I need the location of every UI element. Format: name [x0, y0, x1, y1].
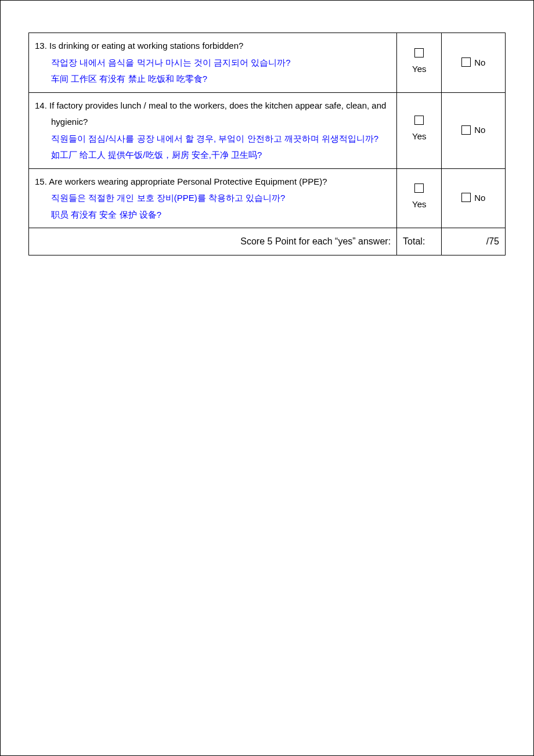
yes-cell: Yes: [397, 33, 442, 93]
yes-label: Yes: [412, 128, 426, 145]
yes-label: Yes: [412, 61, 426, 78]
no-label: No: [474, 122, 485, 139]
content-area: 13. Is drinking or eating at working sta…: [1, 1, 533, 255]
yes-cell: Yes: [397, 92, 442, 168]
question-ko: 직원들이 점심/식사를 공장 내에서 할 경우, 부엌이 안전하고 깨끗하며 위…: [35, 131, 391, 147]
checkbox-icon[interactable]: [461, 193, 471, 202]
no-cell: No: [442, 33, 506, 93]
no-cell: No: [442, 168, 506, 228]
no-cell: No: [442, 92, 506, 168]
footer-row: Score 5 Point for each “yes” answer: Tot…: [29, 228, 506, 255]
question-ko: 작업장 내에서 음식을 먹거나 마시는 것이 금지되어 있습니까?: [35, 55, 391, 71]
questionnaire-table: 13. Is drinking or eating at working sta…: [28, 33, 506, 255]
checkbox-icon[interactable]: [414, 116, 424, 125]
question-en: Are workers wearing appropriate Personal…: [49, 177, 327, 186]
question-en: Is drinking or eating at working station…: [49, 41, 243, 51]
question-en: If factory provides lunch / meal to the …: [49, 100, 386, 127]
yes-label: Yes: [412, 196, 426, 213]
question-cell: 14. If factory provides lunch / meal to …: [29, 92, 397, 168]
question-zh: 如工厂 给工人 提供午饭/吃饭，厨房 安全,干净 卫生吗?: [35, 147, 391, 164]
no-label: No: [474, 55, 485, 71]
footer-label-cell: Score 5 Point for each “yes” answer:: [29, 228, 397, 255]
question-zh: 车间 工作区 有没有 禁止 吃饭和 吃零食?: [35, 71, 391, 88]
table-row: 13. Is drinking or eating at working sta…: [29, 33, 506, 93]
no-label: No: [474, 190, 485, 207]
question-number: 15.: [35, 177, 47, 186]
table-row: 14. If factory provides lunch / meal to …: [29, 92, 506, 168]
checkbox-icon[interactable]: [414, 48, 424, 57]
question-cell: 13. Is drinking or eating at working sta…: [29, 33, 397, 93]
question-number: 14.: [35, 100, 47, 110]
question-ko: 직원들은 적절한 개인 보호 장비(PPE)를 착용하고 있습니까?: [35, 190, 391, 207]
yes-cell: Yes: [397, 168, 442, 228]
page-frame: 13. Is drinking or eating at working sta…: [0, 0, 534, 756]
question-number: 13.: [35, 41, 47, 51]
footer-total-cell: Total:: [397, 228, 442, 255]
checkbox-icon[interactable]: [414, 183, 424, 193]
table-row: 15. Are workers wearing appropriate Pers…: [29, 168, 506, 228]
question-cell: 15. Are workers wearing appropriate Pers…: [29, 168, 397, 228]
checkbox-icon[interactable]: [461, 125, 471, 135]
question-zh: 职员 有没有 安全 保护 设备?: [35, 207, 391, 224]
checkbox-icon[interactable]: [461, 57, 471, 67]
footer-score-cell: /75: [442, 228, 506, 255]
